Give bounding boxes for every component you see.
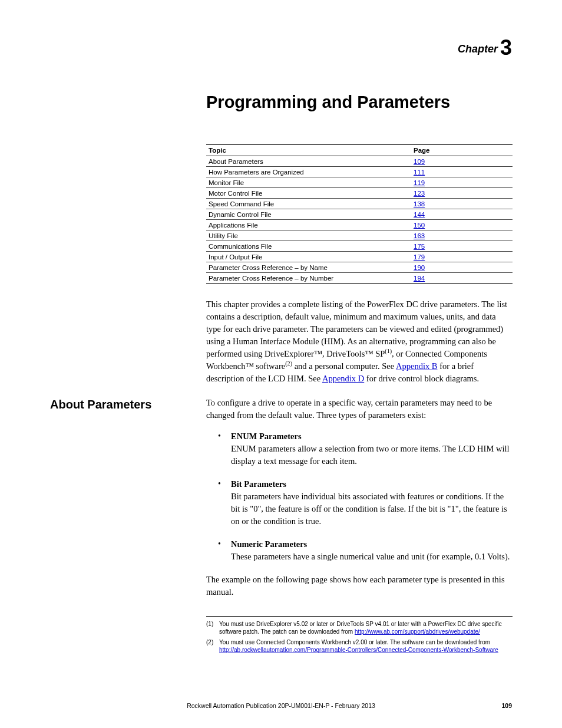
param-title: Bit Parameters (231, 479, 286, 489)
param-title: Numeric Parameters (231, 539, 307, 549)
chapter-number: 3 (500, 35, 512, 60)
page-link[interactable]: 150 (414, 222, 425, 229)
page-link[interactable]: 119 (414, 179, 425, 186)
topic-table: Topic Page About Parameters109 How Param… (206, 144, 513, 284)
param-body: These parameters have a single numerical… (231, 552, 510, 561)
intro-text: for drive control block diagrams. (364, 374, 479, 383)
footnote-ref-1: (1) (385, 348, 392, 354)
table-row: Parameter Cross Reference – by Number194 (206, 273, 513, 284)
table-row: Applications File150 (206, 220, 513, 230)
page-link[interactable]: 194 (414, 275, 425, 282)
page-link[interactable]: 111 (414, 169, 425, 176)
list-item: Numeric Parameters These parameters have… (206, 538, 513, 563)
table-row: Parameter Cross Reference – by Name190 (206, 262, 513, 273)
topic-cell: Monitor File (206, 177, 411, 188)
page-link[interactable]: 123 (414, 190, 425, 197)
topic-cell: Speed Command File (206, 199, 411, 209)
intro-text: and a personal computer. See (292, 361, 396, 371)
page-link[interactable]: 163 (414, 232, 425, 239)
page-link[interactable]: 138 (414, 200, 425, 207)
table-row: Dynamic Control File144 (206, 209, 513, 220)
table-row: Utility File163 (206, 230, 513, 241)
topic-cell: About Parameters (206, 156, 411, 167)
page-link[interactable]: 144 (414, 211, 425, 218)
page-link[interactable]: 175 (414, 243, 425, 250)
chapter-label: Chapter (458, 43, 498, 55)
th-topic: Topic (206, 145, 411, 156)
topic-cell: Applications File (206, 220, 411, 230)
list-item: ENUM Parameters ENUM parameters allow a … (206, 430, 513, 467)
intro-paragraph: This chapter provides a complete listing… (206, 298, 513, 385)
footnote-link[interactable]: http://ab.rockwellautomation.com/Program… (219, 647, 498, 653)
table-row: Motor Control File123 (206, 188, 513, 199)
footnote-num: (1) (206, 620, 219, 636)
topic-cell: How Parameters are Organized (206, 167, 411, 177)
example-paragraph: The example on the following page shows … (206, 574, 513, 598)
page-footer: Rockwell Automation Publication 20P-UM00… (50, 702, 512, 709)
section-heading: About Parameters (50, 397, 206, 421)
table-row: Monitor File119 (206, 177, 513, 188)
page-number: 109 (501, 702, 512, 709)
page-link[interactable]: 179 (414, 253, 425, 261)
footnote-ref-2: (2) (285, 360, 292, 367)
th-page: Page (411, 145, 513, 156)
topic-cell: Communications File (206, 241, 411, 252)
chapter-header: Chapter3 (50, 35, 512, 60)
parameter-types-list: ENUM Parameters ENUM parameters allow a … (206, 430, 513, 563)
topic-cell: Input / Output File (206, 252, 411, 262)
page-link[interactable]: 109 (414, 158, 425, 165)
footnote-link[interactable]: http://www.ab.com/support/abdrives/webup… (355, 628, 480, 635)
footnote-text: You must use Connected Components Workbe… (219, 639, 490, 645)
topic-cell: Motor Control File (206, 188, 411, 199)
topic-cell: Parameter Cross Reference – by Number (206, 273, 411, 284)
page-link[interactable]: 190 (414, 264, 425, 271)
section-body: To configure a drive to operate in a spe… (206, 397, 512, 421)
table-row: About Parameters109 (206, 156, 513, 167)
topic-cell: Parameter Cross Reference – by Name (206, 262, 411, 273)
appendix-d-link[interactable]: Appendix D (322, 374, 364, 383)
table-row: Speed Command File138 (206, 199, 513, 209)
footnote-num: (2) (206, 638, 219, 654)
footnotes: (1) You must use DriveExplorer v5.02 or … (206, 616, 513, 654)
param-body: Bit parameters have individual bits asso… (231, 492, 507, 526)
page-title: Programming and Parameters (206, 93, 512, 112)
topic-cell: Dynamic Control File (206, 209, 411, 220)
param-body: ENUM parameters allow a selection from t… (231, 444, 509, 466)
footnote-2: (2) You must use Connected Components Wo… (206, 638, 513, 654)
table-row: Communications File175 (206, 241, 513, 252)
appendix-b-link[interactable]: Appendix B (396, 361, 437, 371)
list-item: Bit Parameters Bit parameters have indiv… (206, 478, 513, 528)
topic-cell: Utility File (206, 230, 411, 241)
table-row: How Parameters are Organized111 (206, 167, 513, 177)
publication-info: Rockwell Automation Publication 20P-UM00… (50, 702, 512, 709)
table-row: Input / Output File179 (206, 252, 513, 262)
footnote-1: (1) You must use DriveExplorer v5.02 or … (206, 620, 513, 636)
param-title: ENUM Parameters (231, 431, 302, 441)
